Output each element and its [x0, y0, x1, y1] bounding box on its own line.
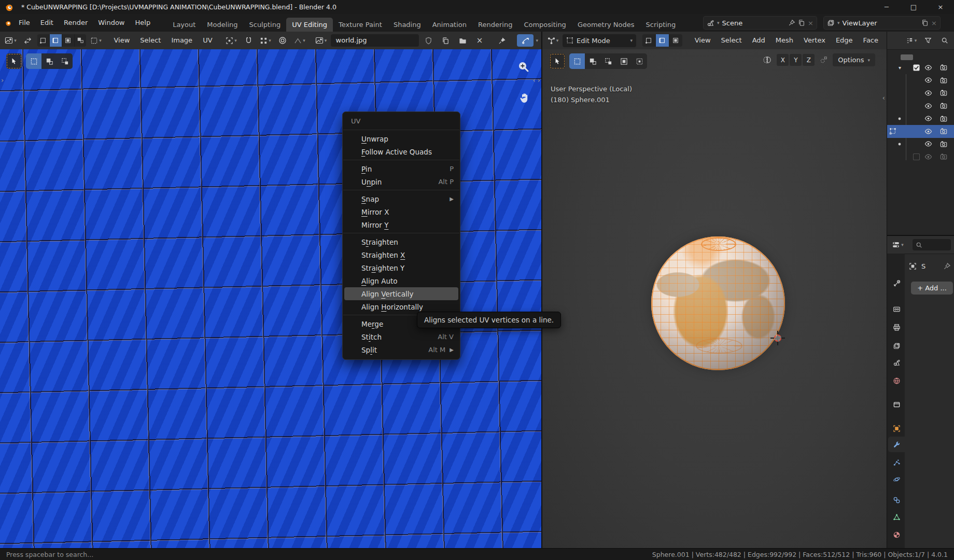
- subtract-select-icon[interactable]: [600, 53, 616, 69]
- menu-edit[interactable]: Edit: [35, 17, 59, 29]
- workspace-tab-modeling[interactable]: Modeling: [201, 18, 243, 32]
- mesh-select-mode-edge[interactable]: [656, 34, 669, 47]
- mode-selector[interactable]: Edit Mode ▾: [563, 34, 636, 47]
- eye-icon[interactable]: [924, 153, 932, 161]
- menu-item-follow-active-quads[interactable]: Follow Active Quads: [344, 145, 458, 158]
- tweak-tool-button[interactable]: [550, 53, 565, 69]
- checkbox-empty-icon[interactable]: [913, 153, 920, 160]
- menu-item-align-vertically[interactable]: Align Vertically: [344, 287, 458, 300]
- camera-icon[interactable]: [940, 128, 947, 135]
- eye-icon[interactable]: [924, 102, 932, 110]
- properties-tab-constraints[interactable]: [888, 492, 905, 508]
- viewport-menu-select[interactable]: Select: [716, 34, 747, 47]
- sidebar-toggle-icon[interactable]: ‹: [882, 94, 885, 102]
- blender-menu-icon[interactable]: [4, 19, 13, 27]
- tweak-tool-button[interactable]: [6, 53, 22, 69]
- eye-icon[interactable]: [924, 140, 932, 148]
- viewport-menu-view[interactable]: View: [690, 34, 716, 47]
- scrollbar-thumb[interactable]: [901, 54, 913, 60]
- viewlayer-selector[interactable]: ▾ ViewLayer ×: [823, 16, 941, 30]
- uv-menu-uv[interactable]: UV: [198, 34, 217, 47]
- box-select-icon[interactable]: [569, 53, 585, 69]
- properties-tab-object-data[interactable]: [888, 509, 905, 525]
- image-browse-button[interactable]: ▾: [314, 34, 329, 47]
- properties-tab-render[interactable]: [888, 301, 905, 317]
- properties-tab-output[interactable]: [888, 319, 905, 335]
- menu-item-unwrap[interactable]: Unwrap: [344, 132, 458, 145]
- camera-icon[interactable]: [940, 153, 947, 160]
- camera-icon[interactable]: [940, 64, 947, 71]
- uv-select-mode-edge[interactable]: [50, 34, 62, 47]
- properties-tab-collection[interactable]: [888, 396, 905, 412]
- extend-select-icon[interactable]: [585, 53, 600, 69]
- box-select-icon[interactable]: [26, 53, 41, 69]
- viewport-menu-vertex[interactable]: Vertex: [798, 34, 831, 47]
- snap-target-icon[interactable]: [820, 56, 827, 64]
- properties-tab-tool[interactable]: [888, 275, 905, 291]
- invert-select-icon[interactable]: [616, 53, 632, 69]
- properties-tab-particles[interactable]: [888, 455, 905, 470]
- menu-file[interactable]: File: [13, 17, 35, 29]
- workspace-tab-layout[interactable]: Layout: [167, 18, 201, 32]
- menu-item-straighten-y[interactable]: Straighten Y: [344, 261, 458, 274]
- menu-help[interactable]: Help: [130, 17, 156, 29]
- outliner-row[interactable]: [887, 150, 954, 163]
- eye-icon[interactable]: [924, 64, 932, 72]
- mesh-select-mode-vertex[interactable]: [642, 34, 656, 47]
- editor-type-button[interactable]: ▾: [545, 34, 560, 47]
- menu-item-align-auto[interactable]: Align Auto: [344, 274, 458, 287]
- workspace-tab-uv-editing[interactable]: UV Editing: [286, 18, 333, 32]
- maximize-button[interactable]: □: [900, 0, 927, 14]
- viewport-canvas[interactable]: XYZ Options ▾ User Perspective (Local) (…: [542, 49, 887, 548]
- menu-item-mirror-y[interactable]: Mirror Y: [344, 218, 458, 231]
- uv-select-mode-island[interactable]: [75, 34, 87, 47]
- camera-icon[interactable]: [940, 77, 947, 84]
- magnet-icon[interactable]: [241, 34, 256, 47]
- properties-tab-world[interactable]: [888, 373, 905, 388]
- uv-sync-icon[interactable]: [20, 34, 35, 47]
- options-button[interactable]: Options ▾: [833, 53, 875, 66]
- viewport-menu-mesh[interactable]: Mesh: [770, 34, 798, 47]
- duplicate-icon[interactable]: [921, 19, 929, 26]
- viewport-menu-edge[interactable]: Edge: [831, 34, 858, 47]
- outliner-row[interactable]: [887, 112, 954, 125]
- mirror-axis-x[interactable]: X: [777, 54, 789, 66]
- outliner-row[interactable]: [887, 100, 954, 113]
- menu-item-straighten-x[interactable]: Straighten X: [344, 248, 458, 261]
- outliner-row[interactable]: [887, 125, 954, 138]
- intersect-select-icon[interactable]: [632, 53, 647, 69]
- subtract-select-icon[interactable]: [57, 53, 73, 69]
- eye-icon[interactable]: [924, 115, 932, 122]
- filter-icon[interactable]: [920, 34, 935, 47]
- snap-grid-icon[interactable]: ▾: [258, 34, 273, 47]
- properties-icon[interactable]: ▾: [890, 239, 905, 251]
- workspace-tab-sculpting[interactable]: Sculpting: [243, 18, 286, 32]
- eye-icon[interactable]: [924, 76, 932, 84]
- close-button[interactable]: ×: [927, 0, 954, 14]
- checkbox-checked-icon[interactable]: [913, 64, 920, 71]
- close-icon[interactable]: ×: [472, 34, 487, 47]
- workspace-tab-animation[interactable]: Animation: [427, 18, 472, 32]
- properties-tab-object[interactable]: [888, 421, 905, 436]
- eye-icon[interactable]: [924, 89, 932, 97]
- uv-menu-select[interactable]: Select: [135, 34, 166, 47]
- splitter-arrows-icon[interactable]: ‹ ›: [532, 76, 540, 84]
- folder-icon[interactable]: [455, 34, 470, 47]
- properties-tab-physics[interactable]: [888, 471, 905, 487]
- camera-icon[interactable]: [940, 89, 947, 96]
- minimize-button[interactable]: ─: [873, 0, 900, 14]
- menu-item-mirror-x[interactable]: Mirror X: [344, 205, 458, 218]
- falloff-icon[interactable]: ▾: [292, 34, 307, 47]
- menu-item-pin[interactable]: PinP: [344, 162, 458, 175]
- workspace-tab-texture-paint[interactable]: Texture Paint: [333, 18, 388, 32]
- editor-type-button[interactable]: ▾: [3, 34, 18, 47]
- menu-item-unpin[interactable]: UnpinAlt P: [344, 175, 458, 188]
- sticky-select-icon[interactable]: ▾: [88, 34, 103, 47]
- menu-render[interactable]: Render: [59, 17, 93, 29]
- mesh-select-mode-face[interactable]: [669, 34, 682, 47]
- menu-item-split[interactable]: SplitAlt M▶: [344, 343, 458, 356]
- workspace-tab-shading[interactable]: Shading: [388, 18, 427, 32]
- menu-item-stitch[interactable]: StitchAlt V: [344, 330, 458, 343]
- properties-tab-view-layer[interactable]: [888, 338, 905, 354]
- pin-icon[interactable]: [943, 262, 951, 270]
